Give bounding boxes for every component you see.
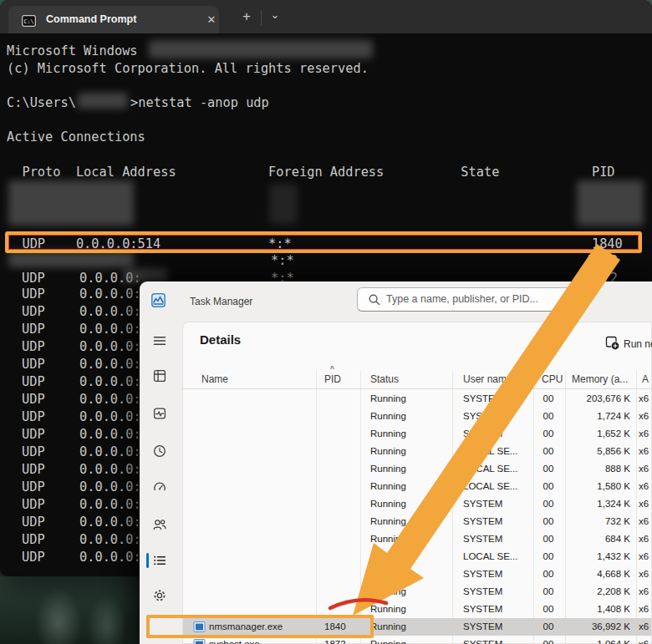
cell-arch: x6 xyxy=(639,516,649,526)
column-header-memory[interactable]: Memory (a... xyxy=(572,373,628,385)
cell-cpu: 00 xyxy=(535,446,562,456)
task-manager-title: Task Manager xyxy=(190,296,252,307)
netstat-proto: UDP xyxy=(22,532,45,547)
cell-arch: x6 xyxy=(639,446,649,456)
cell-memory: 1,432 K xyxy=(597,551,630,561)
netstat-proto: UDP xyxy=(22,374,45,389)
cell-memory: 1,724 K xyxy=(597,411,630,421)
search-icon xyxy=(368,293,381,307)
cell-arch: x6 xyxy=(639,586,649,596)
cell-memory: 203,676 K xyxy=(587,393,630,403)
netstat-proto: UDP xyxy=(22,497,45,512)
process-row[interactable]: Running LOCAL SE... 00 5,856 K x6 xyxy=(183,443,651,460)
netstat-proto: UDP xyxy=(22,427,45,442)
cell-user: SYSTEM xyxy=(463,499,502,509)
column-header-user[interactable]: User name xyxy=(463,373,512,385)
details-page-title: Details xyxy=(200,332,241,347)
cell-status: Running xyxy=(370,411,406,421)
sidebar-processes-icon[interactable] xyxy=(152,368,167,383)
process-row[interactable]: Running SYSTEM 00 2,208 K x6 xyxy=(183,583,651,601)
process-row[interactable]: Running SYSTEM 00 4,668 K x6 xyxy=(183,565,651,583)
cell-memory: 1,064 K xyxy=(597,639,630,644)
cell-cpu: 00 xyxy=(535,604,562,614)
cell-arch: x6 xyxy=(639,428,649,439)
cell-status: Running xyxy=(370,586,406,596)
nmsmanager-highlight-box xyxy=(146,615,374,638)
new-tab-icon[interactable]: + xyxy=(237,8,256,25)
sidebar-services-icon[interactable] xyxy=(152,588,167,603)
netstat-table-header: Proto Local Address Foreign Address Stat… xyxy=(7,164,615,180)
cell-arch: x6 xyxy=(639,411,649,421)
details-table-header: Name ^ PID Status User name CPU Memory (… xyxy=(183,371,651,389)
run-new-task-icon xyxy=(605,336,619,350)
cell-cpu: 00 xyxy=(535,586,562,596)
netstat-local: 0.0.0.0: xyxy=(79,497,141,512)
cell-name: svchost.exe xyxy=(209,639,260,644)
run-new-task-label: Run new task xyxy=(624,338,652,350)
process-row[interactable]: Running SYSTEM 00 684 K x6 xyxy=(183,530,651,548)
process-row[interactable]: Running LOCAL SE... 00 1,580 K x6 xyxy=(183,478,651,495)
hamburger-menu-icon[interactable] xyxy=(152,333,167,348)
search-box[interactable]: Type a name, publisher, or PID... xyxy=(357,287,587,312)
terminal-titlebar[interactable]: C:\ Command Prompt ✕ + ⌄ xyxy=(0,0,652,33)
cell-arch: x6 xyxy=(639,534,649,544)
cell-user: SYSTEM xyxy=(463,428,502,439)
cell-cpu: 00 xyxy=(535,551,562,561)
cell-status: Running xyxy=(370,639,406,644)
tab-close-icon[interactable]: ✕ xyxy=(204,13,219,28)
process-row[interactable]: Running SYSTEM 00 203,676 K x6 xyxy=(183,390,651,408)
cell-user: SYSTEM xyxy=(463,586,502,596)
cell-memory: 888 K xyxy=(605,464,630,474)
column-header-pid[interactable]: PID xyxy=(324,373,341,385)
terminal-tab-command-prompt[interactable]: C:\ Command Prompt ✕ xyxy=(8,6,219,33)
cell-cpu: 00 xyxy=(535,569,562,579)
column-header-name[interactable]: Name xyxy=(201,373,228,385)
cell-cpu: 00 xyxy=(535,534,562,544)
column-header-arch[interactable]: A xyxy=(642,373,649,385)
cell-arch: x6 xyxy=(639,499,649,509)
process-row[interactable]: Running SYSTEM 00 1,324 K x6 xyxy=(183,495,651,513)
process-row[interactable]: Running SYSTEM 00 1,724 K x6 xyxy=(183,408,651,425)
sidebar-users-icon[interactable] xyxy=(152,517,167,532)
sidebar-startup-apps-icon[interactable] xyxy=(152,479,167,494)
sidebar-app-history-icon[interactable] xyxy=(152,444,167,459)
netstat-proto: UDP xyxy=(22,462,45,477)
cell-arch: x6 xyxy=(639,393,649,403)
netstat-highlight-box-inner xyxy=(8,235,639,250)
netstat-local: 0.0.0.0: xyxy=(79,427,141,442)
sidebar-performance-icon[interactable] xyxy=(152,406,167,421)
column-header-cpu[interactable]: CPU xyxy=(542,373,563,385)
sidebar-details-icon[interactable] xyxy=(152,553,167,568)
netstat-local: 0.0.0.0: xyxy=(79,479,141,494)
netstat-proto: UDP xyxy=(22,357,45,372)
process-row[interactable]: Running SYSTEM 00 732 K x6 xyxy=(183,513,651,530)
cell-user: SYSTEM xyxy=(463,411,502,421)
column-header-status[interactable]: Status xyxy=(370,373,399,385)
netstat-proto: UDP xyxy=(22,270,45,287)
netstat-proto: UDP xyxy=(22,287,45,302)
cell-memory: 1,408 K xyxy=(597,604,630,614)
cell-arch: x6 xyxy=(639,481,649,491)
netstat-proto: UDP xyxy=(22,304,45,319)
cell-cpu: 00 xyxy=(535,639,562,644)
prompt-command: >netstat -anop udp xyxy=(130,94,269,111)
process-row[interactable]: Running LOCAL SE... 00 888 K x6 xyxy=(183,460,651,478)
cell-user: LOCAL SE... xyxy=(463,551,517,561)
redacted-local-address xyxy=(8,251,134,267)
cell-user: LOCAL SE... xyxy=(463,464,517,474)
cell-arch: x6 xyxy=(639,639,649,644)
cell-memory: 732 K xyxy=(605,516,630,526)
netstat-foreign: *:* xyxy=(271,252,294,269)
search-placeholder: Type a name, publisher, or PID... xyxy=(386,293,538,305)
tab-dropdown-icon[interactable]: ⌄ xyxy=(266,7,284,23)
screenshot-stage: C:\ Command Prompt ✕ + ⌄ Microsoft Windo… xyxy=(0,0,652,644)
cell-user: LOCAL SE... xyxy=(463,446,517,456)
titlebar-separator xyxy=(261,11,262,25)
process-row[interactable]: Running SYSTEM 00 1,652 K x6 xyxy=(183,425,651,443)
cell-memory: 4,668 K xyxy=(597,569,630,579)
cell-arch: x6 xyxy=(639,464,649,474)
process-row[interactable]: Running LOCAL SE... 00 1,432 K x6 xyxy=(183,548,651,565)
netstat-local: 0.0.0.0: xyxy=(79,462,141,477)
cell-user: SYSTEM xyxy=(463,393,502,403)
cell-user: SYSTEM xyxy=(463,516,502,526)
